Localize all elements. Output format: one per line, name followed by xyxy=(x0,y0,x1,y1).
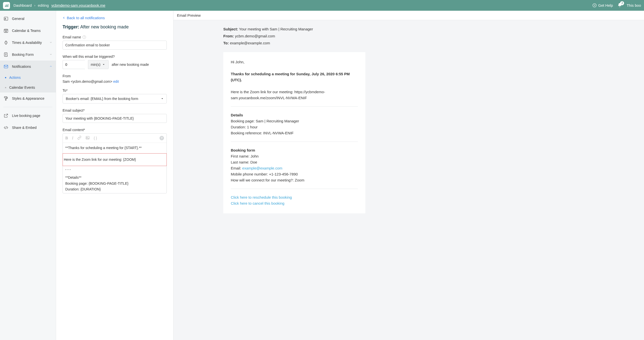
svg-point-9 xyxy=(6,31,6,32)
sidebar-sublabel: Calendar Events xyxy=(9,86,35,90)
subject-input[interactable] xyxy=(62,114,167,123)
svg-rect-13 xyxy=(4,97,7,98)
preview-thanks: Thanks for scheduling a meeting for Sund… xyxy=(231,71,358,83)
sidebar-item-calendar-teams[interactable]: Calendar & Teams xyxy=(0,25,56,37)
svg-rect-14 xyxy=(6,99,6,100)
sidebar-item-notifications[interactable]: Notifications xyxy=(0,60,56,72)
bars-icon xyxy=(4,3,9,8)
sidebar-item-general[interactable]: General xyxy=(0,13,56,25)
preview-subject: Subject: Your meeting with Sam | Recruit… xyxy=(223,26,641,32)
svg-point-7 xyxy=(5,18,6,19)
svg-text:?: ? xyxy=(594,4,596,7)
form-icon xyxy=(4,52,8,57)
preview-form-heading: Booking form xyxy=(231,147,358,153)
subject-label: Email subject* xyxy=(62,108,167,112)
delay-unit-select[interactable]: min(s) xyxy=(88,60,109,69)
sidebar-subitem-actions[interactable]: Actions xyxy=(0,72,56,82)
external-link-icon xyxy=(4,113,8,118)
calendar-people-icon xyxy=(4,28,8,33)
sidebar-item-booking-form[interactable]: Booking Form xyxy=(0,48,56,60)
divider xyxy=(231,142,358,142)
caret-down-icon xyxy=(102,63,105,66)
editor-help-icon[interactable]: ? xyxy=(160,136,164,140)
paint-roller-icon xyxy=(4,96,8,101)
preview-details-page: Booking page: Sam | Recruiting Manager xyxy=(231,118,358,124)
svg-rect-6 xyxy=(4,17,8,20)
italic-button[interactable]: I xyxy=(72,136,73,140)
divider xyxy=(231,106,358,107)
chevron-up-icon xyxy=(49,64,52,68)
sidebar-label: General xyxy=(12,17,24,21)
preview-from: From: ycbm.demo@gmail.com xyxy=(223,33,641,39)
watch-icon xyxy=(4,40,8,45)
chevron-down-icon xyxy=(49,41,52,44)
email-name-input[interactable] xyxy=(62,41,167,50)
divider xyxy=(4,107,52,107)
help-icon: ? xyxy=(592,3,597,8)
edit-from-link[interactable]: edit xyxy=(113,80,119,84)
preview-email-card: Hi John, Thanks for scheduling a meeting… xyxy=(223,52,365,213)
when-triggered-label: When will this email be triggered? xyxy=(62,54,167,58)
after-text: after new booking made xyxy=(112,62,149,66)
bullet-icon xyxy=(5,77,6,78)
breadcrumb-url[interactable]: ycbmdemo-sam.youcanbook.me xyxy=(51,3,106,8)
sidebar-label: Calendar & Teams xyxy=(12,29,40,33)
app-logo[interactable] xyxy=(3,2,10,9)
reschedule-link[interactable]: Click here to reschedule this booking xyxy=(231,195,292,200)
breadcrumb-dashboard[interactable]: Dashboard xyxy=(14,3,32,8)
preview-zoom-link: Here is the Zoom link for our meeting: h… xyxy=(231,89,358,101)
content-editor: B I { } ? **Thanks for scheduling a meet… xyxy=(62,133,167,194)
from-value: Sam <ycbm.demo@gmail.com> edit xyxy=(62,80,167,84)
notifications-button[interactable]: 2 xyxy=(617,3,622,8)
content-label: Email content* xyxy=(62,128,167,132)
get-help-button[interactable]: ? Get Help xyxy=(592,3,613,8)
notifications-count: 2 xyxy=(620,1,624,5)
trigger-heading: Trigger: After new booking made xyxy=(62,24,167,30)
help-circle-icon[interactable]: ? xyxy=(82,36,86,39)
divider xyxy=(231,189,358,189)
sidebar-item-styles[interactable]: Styles & Appearance xyxy=(0,92,56,104)
back-link[interactable]: Back to all notifications xyxy=(62,16,167,20)
bold-button[interactable]: B xyxy=(65,136,68,140)
svg-rect-12 xyxy=(4,65,8,68)
highlighted-zoom-line: Here is the Zoom link for our meeting: {… xyxy=(62,153,167,166)
sidebar-label: Notifications xyxy=(12,64,31,68)
preview-connect: How will we connect for our meeting?: Zo… xyxy=(231,177,358,183)
svg-rect-3 xyxy=(8,4,8,7)
sidebar: General Calendar & Teams Times & Availab… xyxy=(0,11,56,340)
sidebar-item-share-embed[interactable]: Share & Embed xyxy=(0,122,56,134)
delay-number-input[interactable] xyxy=(62,60,85,69)
code-icon xyxy=(4,125,8,130)
preview-to: To: example@example.com xyxy=(223,40,641,46)
caret-down-icon xyxy=(161,97,164,101)
from-label: From xyxy=(62,74,167,78)
sidebar-item-times[interactable]: Times & Availability xyxy=(0,37,56,48)
chevron-down-icon xyxy=(49,52,52,56)
preview-email: Email: example@example.com xyxy=(231,165,358,171)
breadcrumb-editing: editing xyxy=(38,3,49,8)
sidebar-label: Styles & Appearance xyxy=(12,96,44,100)
link-button[interactable] xyxy=(77,136,82,140)
bullet-icon xyxy=(5,87,6,88)
breadcrumb: Dashboard › editing ycbmdemo-sam.youcanb… xyxy=(14,3,106,8)
mail-icon xyxy=(4,64,8,69)
svg-rect-8 xyxy=(4,29,8,32)
sidebar-label: Live booking page xyxy=(12,114,40,118)
preview-title: Email Preview xyxy=(174,11,644,20)
content-textarea[interactable]: **Thanks for scheduling a meeting for {S… xyxy=(63,143,166,193)
braces-button[interactable]: { } xyxy=(94,136,97,140)
preview-email-link[interactable]: example@example.com xyxy=(242,166,282,170)
topbar: Dashboard › editing ycbmdemo-sam.youcanb… xyxy=(0,0,644,11)
svg-rect-2 xyxy=(7,5,8,7)
sidebar-item-live-page[interactable]: Live booking page xyxy=(0,110,56,122)
to-select[interactable]: Booker's email: {EMAIL} from the booking… xyxy=(62,94,167,104)
sidebar-subitem-calendar-events[interactable]: Calendar Events xyxy=(0,82,56,92)
sidebar-label: Share & Embed xyxy=(12,126,37,130)
form-panel: Back to all notifications Trigger: After… xyxy=(56,11,173,340)
email-name-label: Email name ? xyxy=(62,35,167,39)
user-card-icon xyxy=(4,16,8,21)
sidebar-sublabel: Actions xyxy=(9,76,21,80)
cancel-link[interactable]: Click here to cancel this booking xyxy=(231,201,284,206)
image-button[interactable] xyxy=(86,136,90,140)
chevron-left-icon xyxy=(62,16,65,19)
